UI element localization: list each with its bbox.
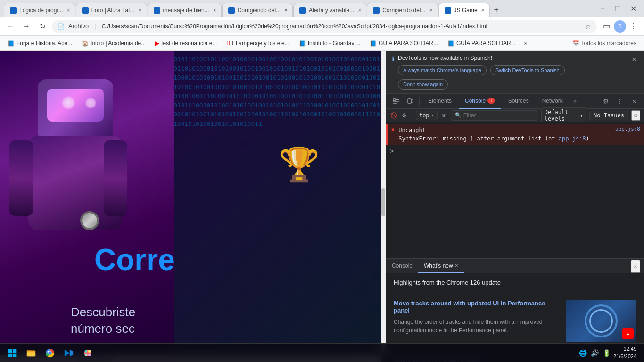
tab-title-1: Lógica de progr... bbox=[19, 7, 63, 14]
tab-close-3[interactable]: × bbox=[212, 6, 217, 15]
svg-point-17 bbox=[88, 350, 91, 353]
tab-close-1[interactable]: × bbox=[66, 6, 71, 15]
tab-console[interactable]: Console 1 bbox=[459, 94, 501, 109]
address-bar[interactable]: 📄 Archivo | C:/Users/scarr/Documents/Cur… bbox=[52, 20, 597, 33]
no-issues-badge: No Issues bbox=[589, 111, 628, 120]
robot-visor-glow1 bbox=[61, 96, 75, 110]
match-language-button[interactable]: Always match Chrome's language bbox=[398, 65, 487, 75]
more-tabs-button[interactable]: » bbox=[570, 98, 579, 105]
devtools-settings-button[interactable]: ⚙ bbox=[600, 95, 612, 107]
tab-close-4[interactable]: × bbox=[283, 6, 289, 15]
article-1-text: Move tracks around with updated UI in Pe… bbox=[394, 300, 560, 342]
bookmark-3-icon: ▶ bbox=[155, 40, 159, 47]
vertical-scrollbar[interactable] bbox=[381, 51, 386, 354]
tab-2[interactable]: Foro | Alura Lat... × bbox=[76, 3, 147, 17]
forward-button[interactable]: → bbox=[20, 20, 33, 33]
devtools-more-button[interactable]: ⋮ bbox=[614, 95, 626, 107]
tab-close-6[interactable]: × bbox=[429, 6, 434, 15]
start-button[interactable] bbox=[4, 345, 21, 362]
whats-new-close-button[interactable]: × bbox=[455, 263, 458, 269]
managed-bookmarks-button[interactable]: 📅 Todos los marcadores bbox=[569, 39, 640, 48]
menu-button[interactable]: ⋮ bbox=[627, 20, 640, 33]
bookmark-4-label: El amperaje y los ele... bbox=[232, 40, 289, 47]
extensions-button[interactable]: ▭ bbox=[600, 20, 613, 33]
bookmark-5[interactable]: 📘 Instituto - Guardavi... bbox=[295, 39, 364, 48]
minimize-button[interactable]: − bbox=[597, 2, 609, 15]
tab-network[interactable]: Network bbox=[537, 94, 569, 109]
filter-input[interactable] bbox=[463, 112, 534, 119]
article-1-title[interactable]: Move tracks around with updated UI in Pe… bbox=[394, 300, 560, 314]
bottom-tab-whats-new[interactable]: What's new × bbox=[418, 259, 464, 273]
svg-rect-8 bbox=[8, 353, 12, 357]
bookmark-2[interactable]: 🏠 Inicio | Academia de... bbox=[78, 39, 149, 48]
bookmark-7-icon: 📘 bbox=[447, 40, 454, 47]
bookmarks-bar: 📘 Forja e Historia. Ace... 🏠 Inicio | Ac… bbox=[0, 36, 644, 51]
tab-close-7[interactable]: × bbox=[480, 6, 486, 15]
bottom-panel-close-button[interactable]: × bbox=[631, 260, 640, 273]
devtools-panel: ℹ DevTools is now available in Spanish! … bbox=[386, 51, 644, 362]
bookmark-star-icon[interactable]: ☆ bbox=[585, 23, 591, 30]
vscode-app[interactable] bbox=[60, 345, 77, 362]
dont-show-again-button[interactable]: Don't show again bbox=[398, 79, 448, 90]
paint-app[interactable] bbox=[79, 345, 96, 362]
reload-button[interactable]: ↻ bbox=[36, 20, 49, 33]
svg-point-18 bbox=[85, 353, 88, 356]
bookmark-6[interactable]: 📘 GUÍA PARA SOLDAR... bbox=[366, 39, 442, 48]
svg-rect-6 bbox=[8, 349, 12, 353]
tab-5[interactable]: Alerta y variable... × bbox=[293, 3, 366, 17]
tab-6[interactable]: Corrigiendo del... × bbox=[367, 3, 438, 17]
filter-input-wrap[interactable]: 🔍 bbox=[451, 110, 538, 121]
tab-1[interactable]: Lógica de progr... × bbox=[4, 3, 75, 17]
tab-7[interactable]: JS Game × bbox=[438, 3, 490, 17]
console-settings-button[interactable]: ⚙ bbox=[400, 110, 408, 121]
file-explorer-app[interactable] bbox=[23, 345, 40, 362]
new-tab-button[interactable]: + bbox=[490, 3, 503, 17]
clock[interactable]: 12:49 21/6/2024 bbox=[613, 346, 636, 360]
tab-elements[interactable]: Elements bbox=[422, 94, 457, 109]
toolbar-separator-1 bbox=[419, 97, 420, 106]
back-button[interactable]: ← bbox=[4, 20, 17, 33]
levels-selector[interactable]: Default levels ▾ bbox=[541, 107, 586, 123]
banner-close-button[interactable]: × bbox=[630, 55, 638, 64]
video-play-button[interactable]: ▶ bbox=[622, 328, 634, 339]
error-file-ref[interactable]: app.js:8 bbox=[615, 126, 640, 132]
switch-to-spanish-button[interactable]: Switch DevTools to Spanish bbox=[490, 65, 565, 75]
console-toolbar: 🚫 ⚙ top ▾ 👁 🔍 Default levels ▾ No Issues bbox=[386, 109, 644, 122]
tab-4[interactable]: Corrigiendo del... × bbox=[222, 3, 293, 17]
clear-console-button[interactable]: 🚫 bbox=[390, 110, 397, 121]
svg-rect-7 bbox=[13, 349, 17, 353]
console-gear-button[interactable]: ⚙ bbox=[631, 110, 640, 121]
bookmark-6-icon: 📘 bbox=[370, 40, 377, 47]
bookmark-3[interactable]: ▶ test de resonancia e... bbox=[151, 39, 221, 48]
devtools-toolbar: Elements Console 1 Sources Network » ⚙ ⋮… bbox=[386, 94, 644, 109]
bookmark-4[interactable]: B El amperaje y los ele... bbox=[223, 39, 293, 48]
inspect-element-button[interactable] bbox=[390, 95, 402, 107]
close-button[interactable]: ✕ bbox=[627, 2, 640, 15]
bookmark-5-label: Instituto - Guardavi... bbox=[308, 40, 360, 47]
console-toolbar-separator bbox=[412, 111, 412, 120]
tab-sources[interactable]: Sources bbox=[503, 94, 535, 109]
chrome-app[interactable] bbox=[41, 345, 58, 362]
article-1-body: Change the order of tracks and hide them… bbox=[394, 318, 560, 335]
robot-arm-left bbox=[9, 140, 33, 216]
network-icon: 🌐 bbox=[579, 349, 587, 357]
tab-close-5[interactable]: × bbox=[357, 6, 362, 15]
descubriste-text: Descubriste bbox=[71, 305, 386, 320]
preserve-log-button[interactable]: 👁 bbox=[440, 110, 448, 121]
console-input-caret[interactable]: > bbox=[386, 145, 644, 156]
maximize-button[interactable]: ☐ bbox=[611, 2, 625, 15]
bookmark-1[interactable]: 📘 Forja e Historia. Ace... bbox=[4, 39, 76, 48]
tab-3[interactable]: mensaje de bien... × bbox=[148, 3, 222, 17]
tab-close-2[interactable]: × bbox=[138, 6, 143, 15]
app-js-link[interactable]: app.js:8 bbox=[559, 135, 586, 142]
bookmarks-more-button[interactable]: » bbox=[521, 39, 530, 48]
bookmark-7[interactable]: 📘 GUÍA PARA SOLDAR... bbox=[444, 39, 520, 48]
correct-text: Corre bbox=[94, 242, 386, 277]
profile-button[interactable]: S bbox=[614, 20, 626, 33]
time-display: 12:49 bbox=[613, 346, 636, 353]
context-selector[interactable]: top ▾ bbox=[416, 111, 438, 120]
devtools-close-button[interactable]: × bbox=[628, 95, 640, 107]
device-toolbar-button[interactable] bbox=[404, 95, 416, 107]
bottom-tab-console[interactable]: Console bbox=[386, 259, 418, 273]
scrollbar-thumb[interactable] bbox=[381, 188, 385, 216]
